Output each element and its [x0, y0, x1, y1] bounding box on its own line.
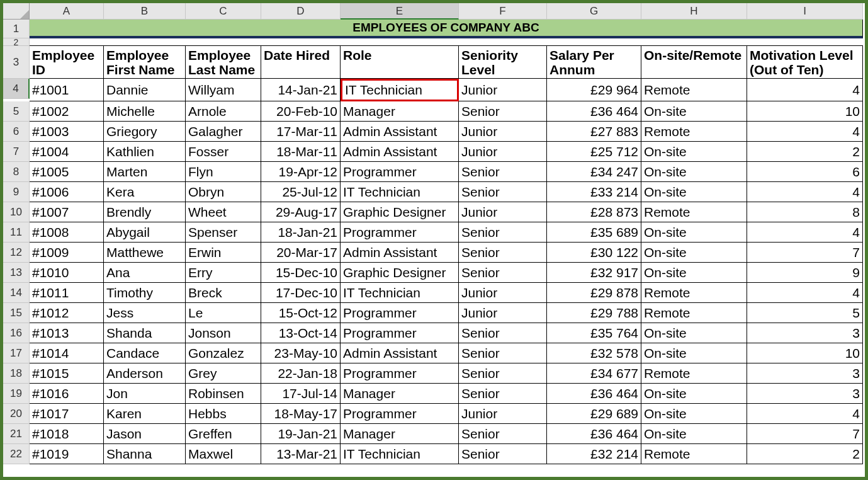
- cell-C20[interactable]: Hebbs: [186, 404, 261, 424]
- cell-C14[interactable]: Breck: [186, 283, 261, 303]
- cell-E18[interactable]: Programmer: [341, 363, 459, 384]
- col-header-H[interactable]: H: [641, 3, 747, 20]
- cell-B22[interactable]: Shanna: [104, 444, 186, 464]
- col-header-G[interactable]: G: [547, 3, 641, 20]
- cell-D9[interactable]: 25-Jul-12: [261, 182, 341, 202]
- cell-H22[interactable]: Remote: [641, 444, 747, 464]
- cell-I11[interactable]: 4: [747, 222, 863, 243]
- cell-E19[interactable]: Manager: [341, 384, 459, 404]
- cell-F17[interactable]: Senior: [459, 343, 547, 363]
- cell-H15[interactable]: Remote: [641, 303, 747, 323]
- cell-F13[interactable]: Senior: [459, 263, 547, 283]
- cell-I6[interactable]: 4: [747, 122, 863, 142]
- cell-E17[interactable]: Admin Assistant: [341, 343, 459, 363]
- cell-A14[interactable]: #1011: [30, 283, 104, 303]
- cell-E14[interactable]: IT Technician: [341, 283, 459, 303]
- cell-D20[interactable]: 18-May-17: [261, 404, 341, 424]
- cell-E9[interactable]: IT Technician: [341, 182, 459, 202]
- col-header-E[interactable]: E: [341, 3, 459, 20]
- row-header-9[interactable]: 9: [3, 182, 30, 202]
- cell-H21[interactable]: On-site: [641, 424, 747, 444]
- cell-C7[interactable]: Fosser: [186, 142, 261, 162]
- cell-B17[interactable]: Candace: [104, 343, 186, 363]
- table-header-H[interactable]: On-site/Remote: [641, 46, 747, 79]
- cell-C15[interactable]: Le: [186, 303, 261, 323]
- cell-A12[interactable]: #1009: [30, 243, 104, 263]
- cell-B5[interactable]: Michelle: [104, 101, 186, 122]
- cell-G17[interactable]: £32 578: [547, 343, 641, 363]
- table-header-F[interactable]: Seniority Level: [459, 46, 547, 79]
- cell-E22[interactable]: IT Technician: [341, 444, 459, 464]
- cell-D13[interactable]: 15-Dec-10: [261, 263, 341, 283]
- cell-F8[interactable]: Senior: [459, 162, 547, 182]
- row-header-11[interactable]: 11: [3, 222, 30, 243]
- cell-B15[interactable]: Jess: [104, 303, 186, 323]
- row-header-8[interactable]: 8: [3, 162, 30, 182]
- table-header-B[interactable]: Employee First Name: [104, 46, 186, 79]
- cell-D10[interactable]: 29-Aug-17: [261, 202, 341, 222]
- cell-C4[interactable]: Willyam: [186, 79, 261, 101]
- cell-C6[interactable]: Galagher: [186, 122, 261, 142]
- cell-A5[interactable]: #1002: [30, 101, 104, 122]
- row-header-2[interactable]: 2: [3, 38, 30, 46]
- col-header-B[interactable]: B: [104, 3, 186, 20]
- cell-D5[interactable]: 20-Feb-10: [261, 101, 341, 122]
- cell-I12[interactable]: 7: [747, 243, 863, 263]
- cell-A11[interactable]: #1008: [30, 222, 104, 243]
- col-header-D[interactable]: D: [261, 3, 341, 20]
- cell-D19[interactable]: 17-Jul-14: [261, 384, 341, 404]
- cell-G16[interactable]: £35 764: [547, 323, 641, 343]
- cell-I14[interactable]: 4: [747, 283, 863, 303]
- cell-F15[interactable]: Junior: [459, 303, 547, 323]
- cell-A17[interactable]: #1014: [30, 343, 104, 363]
- cell-B16[interactable]: Shanda: [104, 323, 186, 343]
- cell-B11[interactable]: Abygail: [104, 222, 186, 243]
- cell-F22[interactable]: Senior: [459, 444, 547, 464]
- cell-E16[interactable]: Programmer: [341, 323, 459, 343]
- cell-G4[interactable]: £29 964: [547, 79, 641, 101]
- cell-I8[interactable]: 6: [747, 162, 863, 182]
- table-header-A[interactable]: Employee ID: [30, 46, 104, 79]
- cell-H6[interactable]: Remote: [641, 122, 747, 142]
- cell-E20[interactable]: Programmer: [341, 404, 459, 424]
- select-all-corner[interactable]: [3, 3, 30, 20]
- row-header-4[interactable]: 4: [3, 79, 30, 99]
- cell-F14[interactable]: Junior: [459, 283, 547, 303]
- cell-F12[interactable]: Senior: [459, 243, 547, 263]
- cell-G9[interactable]: £33 214: [547, 182, 641, 202]
- cell-G19[interactable]: £36 464: [547, 384, 641, 404]
- cell-I15[interactable]: 5: [747, 303, 863, 323]
- row-header-17[interactable]: 17: [3, 343, 30, 363]
- cell-A15[interactable]: #1012: [30, 303, 104, 323]
- cell-A8[interactable]: #1005: [30, 162, 104, 182]
- cell-A22[interactable]: #1019: [30, 444, 104, 464]
- cell-H11[interactable]: On-site: [641, 222, 747, 243]
- cell-A20[interactable]: #1017: [30, 404, 104, 424]
- cell-D22[interactable]: 13-Mar-21: [261, 444, 341, 464]
- cell-C18[interactable]: Grey: [186, 363, 261, 384]
- col-header-F[interactable]: F: [459, 3, 547, 20]
- cell-H19[interactable]: On-site: [641, 384, 747, 404]
- table-header-E[interactable]: Role: [341, 46, 459, 79]
- cell-D17[interactable]: 23-May-10: [261, 343, 341, 363]
- cell-G14[interactable]: £29 878: [547, 283, 641, 303]
- cell-H7[interactable]: On-site: [641, 142, 747, 162]
- cell-D18[interactable]: 22-Jan-18: [261, 363, 341, 384]
- row-header-19[interactable]: 19: [3, 384, 30, 404]
- cell-C22[interactable]: Maxwel: [186, 444, 261, 464]
- cell-G12[interactable]: £30 122: [547, 243, 641, 263]
- row-header-10[interactable]: 10: [3, 202, 30, 222]
- cell-E6[interactable]: Admin Assistant: [341, 122, 459, 142]
- cell-I19[interactable]: 3: [747, 384, 863, 404]
- cell-I17[interactable]: 10: [747, 343, 863, 363]
- cell-D4[interactable]: 14-Jan-21: [261, 79, 341, 101]
- table-header-G[interactable]: Salary Per Annum: [547, 46, 641, 79]
- cell-F18[interactable]: Senior: [459, 363, 547, 384]
- cell-G11[interactable]: £35 689: [547, 222, 641, 243]
- row-header-21[interactable]: 21: [3, 424, 30, 444]
- cell-I5[interactable]: 10: [747, 101, 863, 122]
- cell-H14[interactable]: Remote: [641, 283, 747, 303]
- cell-C11[interactable]: Spenser: [186, 222, 261, 243]
- cell-I22[interactable]: 2: [747, 444, 863, 464]
- col-header-C[interactable]: C: [186, 3, 261, 20]
